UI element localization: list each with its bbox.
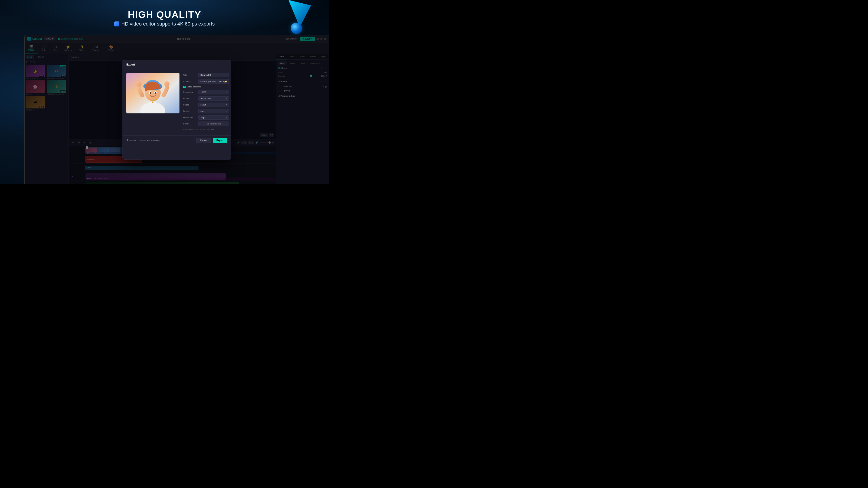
resolution-value: 1080P: [200, 91, 206, 93]
svg-point-2: [136, 81, 142, 87]
bitrate-label: Bit rate: [183, 97, 197, 100]
format-arrow: ▾: [226, 110, 227, 112]
svg-point-3: [164, 81, 169, 87]
bitrate-field-row: Bit rate Recommend ▾: [183, 96, 229, 101]
framerate-value: 30fps: [200, 116, 206, 119]
duration-info: Duration: 23 s | Size: 46M (estimated): [129, 139, 160, 141]
export-dialog: Export: [123, 60, 231, 160]
hero-title: HIGH QUALITY: [128, 9, 202, 20]
framerate-field-row: Frame rate 30fps ▾: [183, 115, 229, 120]
format-label: Format: [183, 110, 197, 112]
framerate-arrow: ▾: [226, 116, 227, 119]
video-file-icon: 🎬: [126, 139, 129, 141]
dialog-preview: ✦: [126, 73, 180, 113]
dialog-title: Export: [123, 60, 231, 69]
folder-icon[interactable]: 📁: [224, 80, 227, 83]
export-to-value: /Users/byte...es/0720.mov: [200, 80, 224, 83]
cover-field-row: Cover No cover added: [183, 122, 229, 126]
cover-value: No cover added: [207, 123, 221, 125]
codec-value: H.264: [200, 104, 206, 106]
title-field-label: Title: [183, 74, 197, 76]
video-exporting-checkbox[interactable]: ✓: [183, 86, 186, 88]
format-value: mov: [200, 110, 204, 112]
dialog-fields: Title Export to /Users/byte...es/0720.mo…: [183, 73, 229, 132]
svg-point-11: [155, 92, 156, 94]
bitrate-select[interactable]: Recommend ▾: [198, 96, 229, 101]
resolution-select[interactable]: 1080P ▾: [198, 90, 229, 94]
codec-arrow: ▾: [226, 104, 227, 106]
cancel-button[interactable]: Cancel: [196, 138, 211, 143]
svg-point-10: [150, 92, 151, 94]
resolution-arrow: ▾: [226, 91, 227, 93]
framerate-label: Frame rate: [183, 116, 197, 119]
export-to-label: Export to: [183, 80, 197, 83]
framerate-select[interactable]: 30fps ▾: [198, 115, 229, 120]
video-exporting-label: Video exporting: [187, 86, 201, 88]
format-select[interactable]: mov ▾: [198, 109, 229, 113]
resolution-label: Resolution: [183, 91, 197, 93]
hero-icon: [114, 22, 119, 26]
dialog-body: ✦ Title Ex: [123, 69, 231, 135]
app-window: CapCut Menu ▾ 16:38:20 Auto save local T…: [24, 35, 329, 184]
dialog-footer: 🎬 Duration: 23 s | Size: 46M (estimated)…: [123, 135, 231, 145]
codec-select[interactable]: H.264 ▾: [198, 103, 229, 107]
cover-field[interactable]: No cover added: [198, 122, 229, 126]
bitrate-value: Recommend: [200, 97, 212, 100]
hero-subtitle-text: HD video editor supports 4K 60fps export…: [121, 21, 215, 27]
export-to-field[interactable]: /Users/byte...es/0720.mov 📁: [198, 79, 229, 84]
export-to-field-row: Export to /Users/byte...es/0720.mov 📁: [183, 79, 229, 84]
video-exporting-row: ✓ Video exporting: [183, 86, 229, 88]
dialog-info: 🎬 Duration: 23 s | Size: 46M (estimated): [126, 139, 160, 141]
svg-point-13: [152, 101, 153, 103]
hero-subtitle: HD video editor supports 4K 60fps export…: [114, 21, 215, 27]
check-icon: ✓: [184, 86, 185, 88]
format-field-row: Format mov ▾: [183, 109, 229, 113]
svg-text:✦: ✦: [140, 90, 141, 92]
preview-image: ✦: [126, 73, 180, 113]
cover-label: Cover: [183, 123, 197, 125]
hero-section: HIGH QUALITY HD video editor supports 4K…: [0, 0, 329, 36]
codec-field-row: Codec H.264 ▾: [183, 103, 229, 107]
dialog-preview-inner: ✦: [126, 73, 180, 113]
export-dialog-button[interactable]: Export: [213, 138, 227, 143]
title-field-row: Title: [183, 73, 229, 77]
dialog-buttons: Cancel Export: [196, 138, 227, 143]
dialog-overlay: Export: [25, 35, 329, 184]
color-space-text: Color space: Standard SDR - Rec.709: [183, 128, 229, 132]
bitrate-arrow: ▾: [226, 97, 227, 99]
deco-sphere: [291, 23, 302, 34]
codec-label: Codec: [183, 104, 197, 106]
title-input[interactable]: [198, 73, 229, 77]
resolution-field-row: Resolution 1080P ▾: [183, 90, 229, 94]
